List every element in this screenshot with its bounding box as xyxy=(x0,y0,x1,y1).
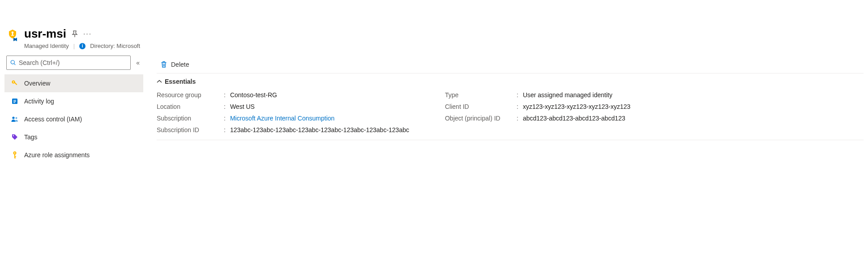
info-icon[interactable]: i xyxy=(79,43,86,49)
svg-point-17 xyxy=(14,152,15,153)
resource-header: usr-msi ··· Managed Identity | i Directo… xyxy=(4,27,864,49)
sidebar-item-label: Activity log xyxy=(24,98,54,105)
svg-point-13 xyxy=(12,116,14,119)
trash-icon xyxy=(160,61,167,68)
sidebar-item-label: Overview xyxy=(24,80,50,87)
main-content: Delete Essentials Resource group : Conto… xyxy=(143,56,864,140)
pin-icon[interactable] xyxy=(72,30,78,38)
managed-identity-icon xyxy=(6,29,19,42)
key-icon xyxy=(11,80,19,87)
resource-type-label: Managed Identity xyxy=(24,43,69,49)
search-input[interactable] xyxy=(19,59,127,66)
svg-point-4 xyxy=(11,60,14,64)
svg-rect-22 xyxy=(163,61,165,62)
svg-rect-8 xyxy=(14,82,17,85)
svg-point-7 xyxy=(13,82,14,82)
svg-rect-1 xyxy=(12,33,13,35)
svg-rect-2 xyxy=(11,35,14,36)
essentials-toggle[interactable]: Essentials xyxy=(157,78,864,85)
resource-group-value[interactable]: Contoso-test-RG xyxy=(230,91,277,99)
sidebar-item-activity-log[interactable]: Activity log xyxy=(4,92,143,110)
ess-label: Client ID xyxy=(445,103,517,110)
ess-label: Subscription xyxy=(157,115,224,122)
ess-label: Resource group xyxy=(157,91,224,99)
type-value: User assigned managed identity xyxy=(523,91,612,99)
people-icon xyxy=(11,116,19,123)
search-box[interactable] xyxy=(6,56,131,70)
sidebar-item-role-assignments[interactable]: Azure role assignments xyxy=(4,146,143,164)
chevron-up-icon xyxy=(157,80,162,83)
activity-log-icon xyxy=(11,98,19,105)
sidebar-item-overview[interactable]: Overview xyxy=(4,74,143,92)
command-bar: Delete xyxy=(157,56,864,73)
svg-rect-19 xyxy=(14,156,16,157)
ess-label: Subscription ID xyxy=(157,126,224,133)
directory-label: Directory: Microsoft xyxy=(90,43,140,49)
sidebar-item-label: Tags xyxy=(24,133,38,141)
search-icon xyxy=(10,60,16,66)
ess-label: Location xyxy=(157,103,224,110)
more-icon[interactable]: ··· xyxy=(83,30,92,38)
sidebar-item-label: Azure role assignments xyxy=(24,151,90,159)
delete-label: Delete xyxy=(171,61,189,68)
object-id-value[interactable]: abcd123-abcd123-abcd123-abcd123 xyxy=(523,115,625,122)
client-id-value[interactable]: xyz123-xyz123-xyz123-xyz123-xyz123 xyxy=(523,103,630,110)
svg-rect-20 xyxy=(14,158,16,159)
ess-label: Type xyxy=(445,91,517,99)
svg-line-5 xyxy=(14,64,15,65)
essentials-header-label: Essentials xyxy=(165,78,196,85)
location-value: West US xyxy=(230,103,255,110)
svg-point-14 xyxy=(16,117,17,119)
delete-button[interactable]: Delete xyxy=(157,59,192,70)
subscription-link[interactable]: Microsoft Azure Internal Consumption xyxy=(230,115,334,122)
ess-label: Object (principal) ID xyxy=(445,115,517,122)
separator: | xyxy=(73,43,75,49)
sidebar-item-access-control[interactable]: Access control (IAM) xyxy=(4,110,143,128)
sidebar: « Overview xyxy=(4,56,143,164)
key-icon xyxy=(11,151,19,159)
sidebar-item-tags[interactable]: Tags xyxy=(4,128,143,146)
divider xyxy=(157,140,864,140)
sidebar-item-label: Access control (IAM) xyxy=(24,116,82,123)
tag-icon xyxy=(11,133,19,141)
page-title: usr-msi xyxy=(24,27,66,41)
subscription-id-value[interactable]: 123abc-123abc-123abc-123abc-123abc-123ab… xyxy=(230,126,409,133)
collapse-sidebar-button[interactable]: « xyxy=(134,57,141,68)
essentials-grid: Resource group : Contoso-test-RG Locatio… xyxy=(157,91,864,133)
svg-point-15 xyxy=(13,135,14,136)
